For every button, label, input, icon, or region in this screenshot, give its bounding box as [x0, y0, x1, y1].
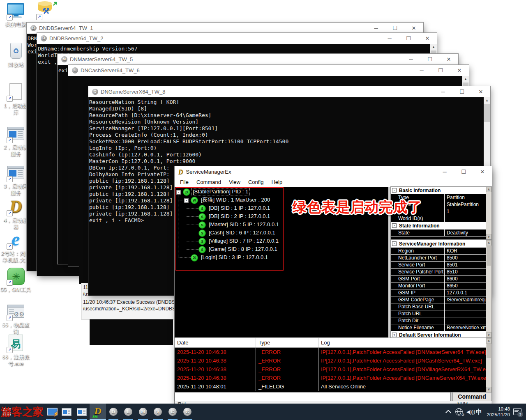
titlebar[interactable]: D DNDBServer64_TW_2 ─☐✕: [37, 33, 437, 44]
taskbar-console-c[interactable]: C: [168, 408, 177, 416]
property-row[interactable]: Service Patcher Port8510: [391, 269, 486, 275]
menu-file[interactable]: File: [176, 178, 193, 186]
property-row[interactable]: GSM Port8600: [391, 275, 486, 282]
scroll-up-icon[interactable]: ▲: [484, 97, 490, 104]
maximize-button[interactable]: ☐: [399, 33, 418, 44]
maximize-button[interactable]: ☐: [385, 23, 404, 34]
tree-item[interactable]: [Master] SID : 5 IP : 127.0.0.1: [208, 221, 280, 228]
desktop-icon-item-query[interactable]: ⚙⚙↗55，物品查询: [0, 302, 31, 335]
taskbar-window-icon-2[interactable]: [77, 408, 87, 416]
taskbar-console-m[interactable]: M: [139, 408, 147, 416]
expand-icon[interactable]: +: [392, 333, 397, 337]
desktop-icon-db-tools[interactable]: ⚒ ➜ ↗: [35, 0, 58, 20]
minimize-button[interactable]: ─: [401, 54, 420, 65]
collapse-icon[interactable]: -: [392, 223, 397, 228]
maximize-button[interactable]: ☐: [431, 65, 450, 76]
section-header[interactable]: +Default Server Information: [391, 331, 486, 337]
property-row[interactable]: GSM IP127.0.0.1: [391, 289, 486, 296]
section-header[interactable]: -ServiceManager Information: [391, 240, 486, 248]
property-row[interactable]: Patch Dir: [391, 317, 486, 324]
property-row[interactable]: StateDeactivity: [391, 230, 486, 236]
log-row[interactable]: 2025-11-20 10:46:38_ERRORIP[127.0.0.1],P…: [175, 374, 486, 382]
property-row[interactable]: Service Port8501: [391, 262, 486, 269]
taskbar-pc-icon[interactable]: ⚡: [47, 408, 58, 415]
section-header[interactable]: -Basic Information: [391, 187, 486, 194]
titlebar[interactable]: M DNMasterServer64_TW_5 ─☐✕: [58, 54, 458, 65]
clock[interactable]: 10:48 2025/11/20: [486, 406, 510, 418]
property-row[interactable]: Notice FilenameReserveNotice.xml: [391, 324, 486, 331]
scroll-up-icon[interactable]: ∧: [486, 187, 491, 192]
close-button[interactable]: ✕: [439, 54, 458, 65]
log-row[interactable]: 2025-11-20 10:48:01_FILELOGAll Services …: [175, 382, 486, 391]
speaker-icon[interactable]: ◀))): [466, 409, 475, 415]
tree-item[interactable]: [Login] SID : 3 IP : 127.0.0.1: [200, 254, 269, 261]
desktop-icon-register-account[interactable]: 易↗66，注册账号.exe: [0, 334, 31, 367]
scroll-up-icon[interactable]: ∧: [486, 338, 491, 344]
close-button[interactable]: ✕: [473, 166, 492, 177]
scroll-thumb[interactable]: [487, 344, 491, 358]
menu-view[interactable]: View: [225, 178, 245, 186]
scroll-thumb[interactable]: [487, 246, 491, 266]
scroll-down-icon[interactable]: ∨: [486, 234, 491, 239]
close-button[interactable]: ✕: [471, 86, 490, 97]
property-row[interactable]: NetLauncher Port8500: [391, 255, 486, 262]
titlebar[interactable]: D ServiceManagerEx ─ ☐ ✕: [175, 166, 492, 177]
minimize-button[interactable]: ─: [380, 33, 399, 44]
taskbar-console-l[interactable]: L: [124, 408, 132, 416]
property-row[interactable]: Patch URL: [391, 310, 486, 317]
command-button[interactable]: Command: [452, 392, 491, 401]
ime-indicator[interactable]: 中: [476, 408, 482, 415]
tree-item[interactable]: [StablePartition] PID : 1: [191, 188, 249, 195]
close-button[interactable]: ✕: [418, 33, 437, 44]
command-input[interactable]: [175, 392, 451, 401]
tree-expander[interactable]: -: [184, 198, 189, 203]
taskbar-console-d[interactable]: D: [109, 408, 118, 416]
titlebar[interactable]: C DNCashServer64_TW_6 ─☐✕: [68, 65, 469, 76]
maximize-button[interactable]: ☐: [454, 166, 473, 177]
tree-item[interactable]: [夜猫] WID : 1 MaxUser : 200: [200, 197, 271, 203]
tray-chevron-up-icon[interactable]: [445, 410, 451, 415]
taskbar-console-v[interactable]: V: [154, 408, 162, 416]
log-row[interactable]: 2025-11-20 10:46:38_ERRORIP[127.0.0.1],P…: [175, 348, 486, 356]
close-button[interactable]: ✕: [450, 65, 469, 76]
taskbar-window-icon-1[interactable]: [62, 408, 72, 416]
section-header[interactable]: -State Information: [391, 222, 486, 230]
maximize-button[interactable]: ☐: [452, 86, 471, 97]
scroll-up-icon[interactable]: ∧: [486, 240, 491, 246]
minimize-button[interactable]: ─: [367, 23, 385, 34]
menu-config[interactable]: Config: [245, 178, 268, 186]
scroll-down-icon[interactable]: ∨: [486, 387, 491, 392]
taskbar-console-g[interactable]: G: [183, 408, 191, 416]
tree-item[interactable]: [Village] SID : 7 IP : 127.0.0.1: [208, 238, 280, 244]
tree-item[interactable]: [Game] SID : 8 IP : 127.0.0.1: [208, 246, 279, 252]
column-header-date[interactable]: Date: [175, 338, 256, 347]
log-row[interactable]: 2025-11-20 10:46:38_ERRORIP[127.0.0.1],P…: [175, 356, 486, 365]
collapse-icon[interactable]: -: [392, 188, 397, 193]
tree-item[interactable]: [DB] SID : 1 IP : 127.0.0.1: [208, 205, 271, 211]
collapse-icon[interactable]: -: [392, 241, 397, 246]
tree-expander[interactable]: -: [176, 190, 181, 195]
scrollbar[interactable]: ∧ ∨: [486, 187, 491, 239]
network-globe-icon[interactable]: ⊘: [455, 408, 463, 415]
titlebar[interactable]: G DNGameServerX64_TW_8 ─☐✕: [88, 86, 490, 97]
menu-help[interactable]: Help: [268, 178, 286, 186]
scroll-up-icon[interactable]: ▲: [462, 76, 469, 83]
taskbar-servicemanager-active[interactable]: D 3M: [90, 404, 106, 420]
column-header-type[interactable]: Type: [256, 338, 318, 347]
minimize-button[interactable]: ─: [412, 65, 431, 76]
scrollbar[interactable]: ∧ ∨: [486, 240, 491, 337]
property-row[interactable]: Monitor Port8650: [391, 282, 486, 289]
scroll-down-icon[interactable]: ∨: [486, 332, 491, 337]
property-row[interactable]: GSM CodePage/Server/adminrequ...: [391, 296, 486, 303]
tree-item[interactable]: [Cash] SID : 6 IP : 127.0.0.1: [208, 230, 277, 236]
property-row[interactable]: RegionKOR: [391, 248, 486, 255]
property-row[interactable]: Patch Base URL: [391, 303, 486, 310]
scroll-thumb[interactable]: [484, 104, 490, 122]
column-header-log[interactable]: Log: [318, 338, 486, 347]
close-button[interactable]: ✕: [404, 23, 423, 34]
minimize-button[interactable]: ─: [435, 166, 454, 177]
menu-command[interactable]: Command: [193, 178, 225, 186]
tree-item[interactable]: [DB] SID : 2 IP : 127.0.0.1: [208, 213, 271, 220]
titlebar[interactable]: D DNDBServer64_TW_1 ─☐✕: [27, 23, 423, 34]
scrollbar[interactable]: ∧ ∨: [486, 338, 491, 392]
